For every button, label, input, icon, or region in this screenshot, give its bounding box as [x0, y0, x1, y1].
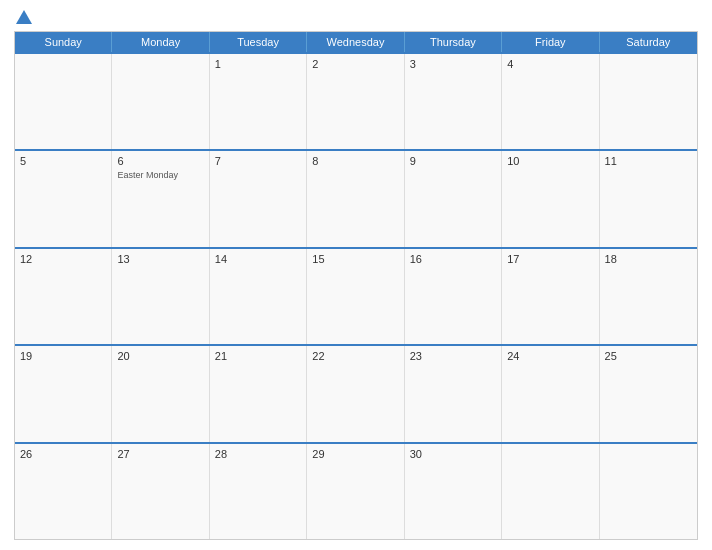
day-cell	[112, 54, 209, 149]
day-number: 12	[20, 253, 106, 265]
week-row-0: 1234	[15, 52, 697, 149]
day-cell: 19	[15, 346, 112, 441]
day-number: 15	[312, 253, 398, 265]
day-cell: 13	[112, 249, 209, 344]
day-number: 2	[312, 58, 398, 70]
day-cell: 26	[15, 444, 112, 539]
day-cell: 17	[502, 249, 599, 344]
day-cell	[600, 54, 697, 149]
day-header-wednesday: Wednesday	[307, 32, 404, 52]
day-number: 29	[312, 448, 398, 460]
day-cell: 12	[15, 249, 112, 344]
day-number: 13	[117, 253, 203, 265]
day-number: 23	[410, 350, 496, 362]
day-cell: 1	[210, 54, 307, 149]
day-number: 25	[605, 350, 692, 362]
calendar-header	[14, 10, 698, 25]
day-number: 5	[20, 155, 106, 167]
day-cell: 11	[600, 151, 697, 246]
day-number: 7	[215, 155, 301, 167]
day-number: 11	[605, 155, 692, 167]
day-cell: 9	[405, 151, 502, 246]
day-number: 22	[312, 350, 398, 362]
day-cell: 7	[210, 151, 307, 246]
day-number: 21	[215, 350, 301, 362]
day-number: 14	[215, 253, 301, 265]
day-cell	[502, 444, 599, 539]
day-number: 18	[605, 253, 692, 265]
day-header-monday: Monday	[112, 32, 209, 52]
day-header-friday: Friday	[502, 32, 599, 52]
week-row-3: 19202122232425	[15, 344, 697, 441]
day-headers-row: SundayMondayTuesdayWednesdayThursdayFrid…	[15, 32, 697, 52]
day-header-thursday: Thursday	[405, 32, 502, 52]
day-cell: 18	[600, 249, 697, 344]
week-row-4: 2627282930	[15, 442, 697, 539]
day-cell: 22	[307, 346, 404, 441]
day-cell: 27	[112, 444, 209, 539]
weeks-container: 123456Easter Monday789101112131415161718…	[15, 52, 697, 539]
day-number: 26	[20, 448, 106, 460]
day-cell: 4	[502, 54, 599, 149]
day-cell: 25	[600, 346, 697, 441]
day-number: 16	[410, 253, 496, 265]
day-cell: 30	[405, 444, 502, 539]
day-number: 30	[410, 448, 496, 460]
day-number: 17	[507, 253, 593, 265]
day-number: 24	[507, 350, 593, 362]
day-header-sunday: Sunday	[15, 32, 112, 52]
day-header-saturday: Saturday	[600, 32, 697, 52]
day-number: 3	[410, 58, 496, 70]
day-cell: 24	[502, 346, 599, 441]
day-header-tuesday: Tuesday	[210, 32, 307, 52]
day-number: 8	[312, 155, 398, 167]
day-cell: 16	[405, 249, 502, 344]
holiday-label: Easter Monday	[117, 170, 203, 180]
day-number: 9	[410, 155, 496, 167]
calendar-page: SundayMondayTuesdayWednesdayThursdayFrid…	[0, 0, 712, 550]
day-cell	[15, 54, 112, 149]
day-number: 4	[507, 58, 593, 70]
day-cell: 28	[210, 444, 307, 539]
day-cell: 5	[15, 151, 112, 246]
day-cell: 23	[405, 346, 502, 441]
day-cell: 6Easter Monday	[112, 151, 209, 246]
day-number: 28	[215, 448, 301, 460]
day-cell: 3	[405, 54, 502, 149]
day-cell: 8	[307, 151, 404, 246]
day-cell	[600, 444, 697, 539]
day-number: 1	[215, 58, 301, 70]
day-cell: 15	[307, 249, 404, 344]
day-cell: 21	[210, 346, 307, 441]
day-number: 6	[117, 155, 203, 167]
day-cell: 10	[502, 151, 599, 246]
calendar-grid: SundayMondayTuesdayWednesdayThursdayFrid…	[14, 31, 698, 540]
day-number: 27	[117, 448, 203, 460]
day-cell: 29	[307, 444, 404, 539]
day-cell: 14	[210, 249, 307, 344]
day-cell: 2	[307, 54, 404, 149]
week-row-2: 12131415161718	[15, 247, 697, 344]
logo	[14, 10, 32, 25]
day-number: 10	[507, 155, 593, 167]
day-cell: 20	[112, 346, 209, 441]
day-number: 20	[117, 350, 203, 362]
week-row-1: 56Easter Monday7891011	[15, 149, 697, 246]
logo-triangle-icon	[16, 10, 32, 24]
day-number: 19	[20, 350, 106, 362]
